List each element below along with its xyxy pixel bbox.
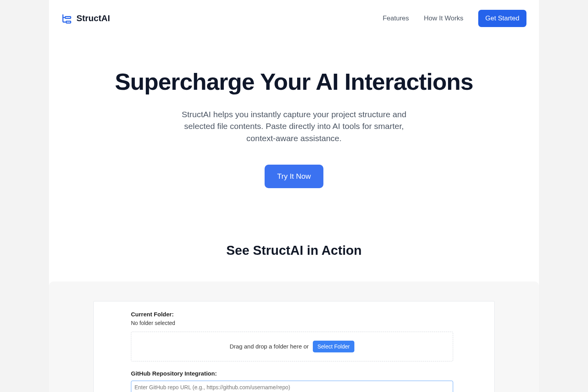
hero: Supercharge Your AI Interactions StructA…	[49, 37, 539, 212]
demo-card: Current Folder: No folder selected Drag …	[49, 281, 539, 392]
demo-panel: Current Folder: No folder selected Drag …	[93, 301, 495, 392]
top-nav: StructAI Features How It Works Get Start…	[49, 0, 539, 37]
github-url-input[interactable]	[131, 381, 453, 392]
nav-link-how-it-works[interactable]: How It Works	[424, 15, 463, 22]
get-started-button[interactable]: Get Started	[478, 10, 526, 27]
page-container: StructAI Features How It Works Get Start…	[49, 0, 539, 392]
dropzone-text: Drag and drop a folder here or	[230, 343, 309, 350]
hero-headline: Supercharge Your AI Interactions	[65, 68, 523, 95]
brand-name: StructAI	[76, 13, 110, 24]
folder-dropzone[interactable]: Drag and drop a folder here or Select Fo…	[131, 332, 453, 361]
demo-section: See StructAI in Action Current Folder: N…	[49, 212, 539, 392]
nav-link-features[interactable]: Features	[383, 15, 409, 22]
current-folder-value: No folder selected	[131, 320, 457, 326]
brand[interactable]: StructAI	[62, 13, 110, 24]
github-integration-label: GitHub Repository Integration:	[131, 370, 457, 377]
nav-right: Features How It Works Get Started	[383, 10, 526, 27]
logo-icon	[62, 13, 73, 24]
select-folder-button[interactable]: Select Folder	[313, 341, 354, 352]
demo-heading: See StructAI in Action	[49, 243, 539, 258]
current-folder-label: Current Folder:	[131, 311, 457, 318]
hero-sub: StructAI helps you instantly capture you…	[169, 109, 419, 144]
try-it-now-button[interactable]: Try It Now	[265, 165, 323, 188]
